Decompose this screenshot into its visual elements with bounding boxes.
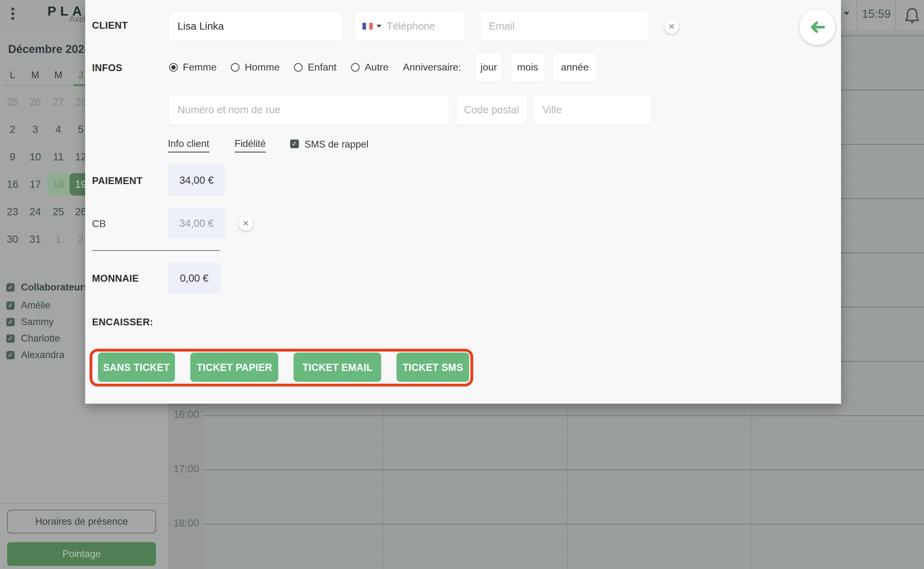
zip-input[interactable]: Code postal <box>456 94 527 125</box>
radio-icon <box>294 63 302 72</box>
collaborator-item: ✓Amélie <box>6 299 50 312</box>
clock: 15:59 <box>857 8 895 21</box>
quarter-gridline <box>204 456 924 456</box>
calendar-day[interactable]: 18 <box>47 173 70 196</box>
calendar-day[interactable]: 25 <box>47 201 70 223</box>
chevron-down-icon[interactable] <box>844 12 850 15</box>
weekday-label: M <box>24 70 47 81</box>
sms-reminder-label: SMS de rappel <box>304 139 368 150</box>
birthday-year-input[interactable]: année <box>553 52 596 82</box>
zip-placeholder: Code postal <box>464 104 519 116</box>
collaborator-name: Charlotte <box>21 333 60 344</box>
french-flag-icon[interactable] <box>362 23 373 30</box>
birthday-month-input[interactable]: mois <box>511 52 544 82</box>
gender-radio-label: Enfant <box>308 61 337 73</box>
ticket-button-label: TICKET PAPIER <box>196 361 272 373</box>
calendar-day[interactable]: 23 <box>1 201 24 223</box>
radio-icon <box>169 63 178 72</box>
city-input[interactable]: Ville <box>533 94 651 125</box>
collaborator-item: ✓Sammy <box>6 315 54 329</box>
calendar-day[interactable]: 26 <box>24 91 47 113</box>
ticket-buttons-row: SANS TICKETTICKET PAPIERTICKET EMAILTICK… <box>98 353 469 382</box>
calendar-day[interactable]: 31 <box>24 228 47 251</box>
phone-input[interactable]: Téléphone <box>355 11 465 41</box>
calendar-day[interactable]: 9 <box>1 146 24 168</box>
app-screen: PLAN Axel's 15:59 Décembre 2024 LMMJ 252… <box>0 0 924 569</box>
calendar-day[interactable]: 17 <box>24 173 47 196</box>
clear-client-button[interactable]: ✕ <box>664 19 679 34</box>
close-x-icon: ✕ <box>668 23 675 30</box>
calendar-day[interactable]: 3 <box>24 118 47 141</box>
ticket-button-sans-ticket[interactable]: SANS TICKET <box>98 353 175 382</box>
collaborator-item: ✓Charlotte <box>6 332 60 345</box>
ticket-button-ticket-sms[interactable]: TICKET SMS <box>397 353 469 382</box>
info-client-link[interactable]: Info client <box>168 138 209 152</box>
birthday-day-input[interactable]: jour <box>476 52 502 82</box>
calendar-day[interactable]: 30 <box>1 228 24 251</box>
calendar-day[interactable]: 27 <box>47 91 70 113</box>
weekday-label: L <box>1 70 24 81</box>
calendar-day[interactable]: 11 <box>47 146 70 168</box>
calendar-day[interactable]: 4 <box>47 118 70 141</box>
quarter-gridline <box>204 537 924 538</box>
notification-bell-icon[interactable] <box>904 7 920 24</box>
calendar-day[interactable]: 1 <box>47 228 70 251</box>
ticket-button-ticket-papier[interactable]: TICKET PAPIER <box>190 353 278 382</box>
birthday-label: Anniversaire: <box>403 61 461 73</box>
street-placeholder: Numéro et nom de rue <box>178 104 280 116</box>
calendar-day[interactable]: 25 <box>1 91 24 113</box>
sms-reminder-checkbox[interactable]: ✓ <box>290 140 299 148</box>
hour-gridline <box>204 470 924 470</box>
weekday-label: M <box>47 70 70 81</box>
back-arrow-icon <box>809 20 825 34</box>
collaborators-title: Collaborateurs <box>21 282 89 293</box>
flag-chevron-down-icon[interactable] <box>377 24 381 28</box>
calendar-day[interactable]: 16 <box>1 173 24 196</box>
month-placeholder: mois <box>517 61 538 73</box>
collaborator-checkbox[interactable]: ✓ <box>6 301 15 310</box>
payment-label: PAIEMENT <box>92 175 143 187</box>
fidelite-link[interactable]: Fidélité <box>235 138 266 152</box>
collaborator-checkbox[interactable]: ✓ <box>6 351 15 359</box>
collaborator-checkbox[interactable]: ✓ <box>6 318 15 326</box>
checkout-modal: CLIENT Lisa Linka Téléphone Email ✕ INFO… <box>85 0 841 404</box>
quarter-gridline <box>204 483 924 484</box>
change-amount: 0,00 € <box>168 263 220 294</box>
remove-payment-button[interactable]: ✕ <box>239 216 253 231</box>
quarter-gridline <box>204 510 924 511</box>
infos-label: INFOS <box>92 62 122 74</box>
collaborator-checkbox[interactable]: ✓ <box>6 335 15 343</box>
collaborator-name: Amélie <box>21 300 50 311</box>
city-placeholder: Ville <box>543 104 562 116</box>
calendar-day[interactable]: 2 <box>1 118 24 141</box>
month-title: Décembre 2024 <box>8 43 90 56</box>
quarter-gridline <box>204 551 924 551</box>
pointage-button[interactable]: Pointage <box>7 542 156 566</box>
gender-radio-label: Autre <box>365 61 388 73</box>
client-name-input[interactable]: Lisa Linka <box>169 11 342 41</box>
quarter-gridline <box>204 429 924 429</box>
header-divider <box>895 0 896 30</box>
collaborator-checkbox[interactable]: ✓ <box>6 283 15 292</box>
street-input[interactable]: Numéro et nom de rue <box>169 94 449 125</box>
ticket-button-ticket-email[interactable]: TICKET EMAIL <box>293 353 381 382</box>
gender-radio-enfant[interactable]: Enfant <box>294 61 337 73</box>
radio-icon <box>231 63 240 72</box>
calendar-day[interactable]: 24 <box>24 201 47 223</box>
back-button[interactable] <box>799 9 835 45</box>
email-input[interactable]: Email <box>480 11 648 41</box>
payment-divider <box>92 250 220 251</box>
gender-radio-homme[interactable]: Homme <box>231 61 280 73</box>
hour-gridline <box>204 524 924 525</box>
quarter-gridline <box>204 564 924 565</box>
time-label: 16:00 <box>168 409 199 420</box>
time-label: 17:00 <box>168 463 199 475</box>
gender-radio-femme[interactable]: Femme <box>169 61 216 73</box>
presence-hours-button[interactable]: Horaires de présence <box>7 510 156 534</box>
calendar-day[interactable]: 10 <box>24 146 47 168</box>
kebab-menu-icon[interactable] <box>11 8 15 20</box>
hour-gridline <box>204 415 924 416</box>
gender-radio-autre[interactable]: Autre <box>351 61 388 73</box>
close-x-icon: ✕ <box>242 219 249 227</box>
payment-method-amount[interactable]: 34,00 € <box>168 208 225 239</box>
